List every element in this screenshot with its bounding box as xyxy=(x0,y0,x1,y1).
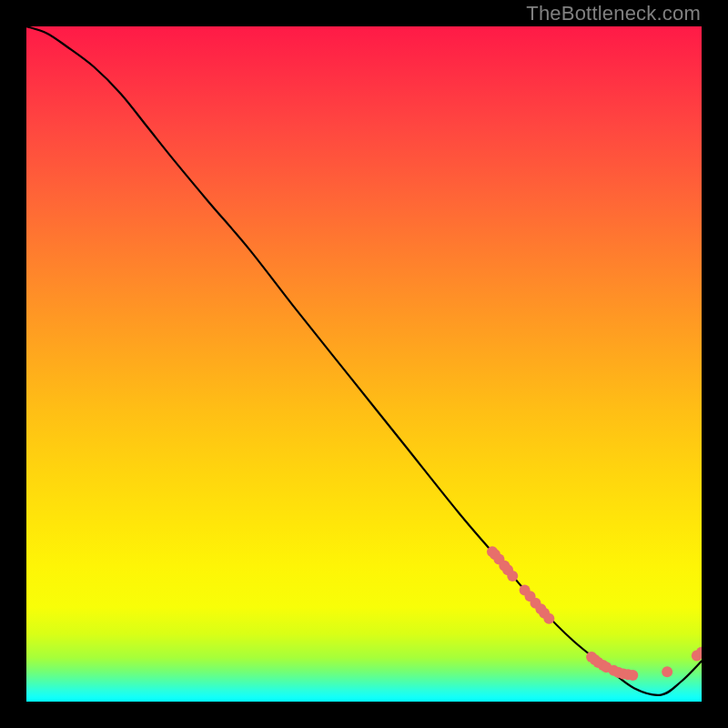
chart-stage: TheBottleneck.com xyxy=(0,0,728,728)
bottleneck-curve xyxy=(26,26,702,695)
data-marker xyxy=(662,666,672,677)
data-marker xyxy=(543,613,554,624)
plot-area xyxy=(26,26,702,702)
data-markers xyxy=(487,546,702,681)
watermark-text: TheBottleneck.com xyxy=(526,2,701,25)
data-marker xyxy=(627,670,638,681)
plot-overlay xyxy=(26,26,702,702)
data-marker xyxy=(507,571,518,581)
